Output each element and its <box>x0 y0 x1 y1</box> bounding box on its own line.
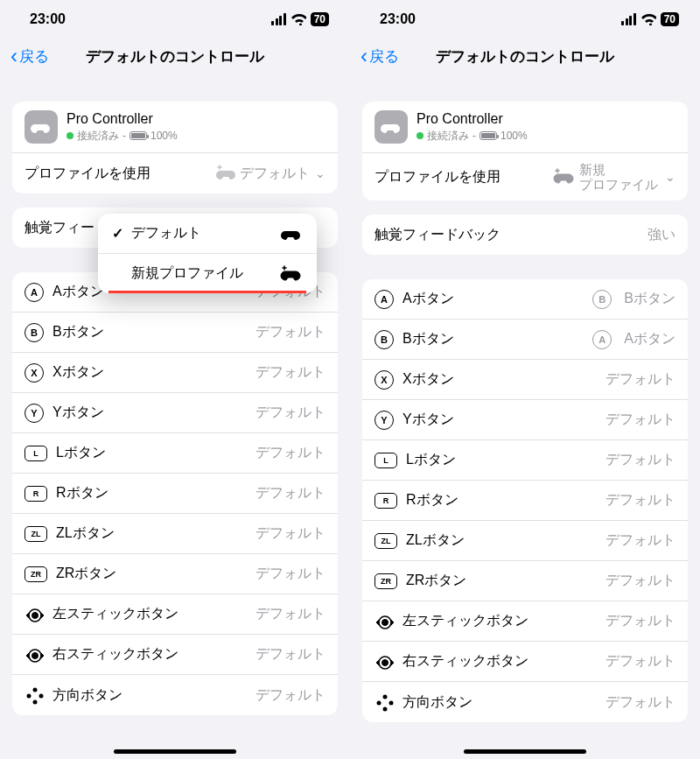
back-label: 戻る <box>19 46 49 67</box>
button-badge-icon: A <box>24 283 44 302</box>
button-badge-icon: ZL <box>374 533 397 549</box>
controller-battery: 100% <box>500 130 528 142</box>
button-label: ZRボタン <box>56 565 116 583</box>
button-mapping-row[interactable]: 方向ボタン デフォルト <box>362 682 688 722</box>
button-label: Lボタン <box>56 444 106 462</box>
back-label: 戻る <box>369 46 399 67</box>
button-mapping-row[interactable]: Y Yボタン デフォルト <box>12 393 338 433</box>
stick-icon <box>374 652 394 671</box>
button-badge-icon: ZL <box>24 526 47 542</box>
haptic-group: 触覚フィードバック 強い <box>362 214 688 255</box>
home-indicator[interactable] <box>464 749 586 754</box>
home-indicator[interactable] <box>114 749 236 754</box>
wifi-icon <box>640 13 656 25</box>
button-badge-icon: ZR <box>374 573 397 589</box>
button-badge-icon: A <box>592 330 612 349</box>
status-dot-icon <box>66 132 74 139</box>
button-label: 方向ボタン <box>52 686 122 705</box>
button-label: ZLボタン <box>406 531 465 550</box>
controller-battery: 100% <box>150 130 178 142</box>
controller-header[interactable]: Pro Controller 接続済み - 100% <box>12 102 338 153</box>
button-mapping-row[interactable]: ZR ZRボタン デフォルト <box>362 561 688 601</box>
status-bar: 23:00 70 <box>0 0 350 39</box>
button-mapping-row[interactable]: L Lボタン デフォルト <box>362 440 688 481</box>
stick-icon <box>24 645 44 664</box>
haptic-label: 触覚フィー <box>24 219 94 237</box>
profile-label: プロファイルを使用 <box>24 165 150 183</box>
button-label: 右スティックボタン <box>52 645 178 664</box>
button-badge-icon: L <box>24 446 47 461</box>
button-mapping-row[interactable]: X Xボタン デフォルト <box>362 360 688 400</box>
status-dot-icon <box>416 132 424 139</box>
button-mapping-row[interactable]: L Lボタン デフォルト <box>12 433 338 474</box>
button-mapping-row[interactable]: ZL ZLボタン デフォルト <box>362 521 688 561</box>
button-badge-icon: B <box>24 323 44 342</box>
button-badge-icon: B <box>374 330 394 349</box>
button-label: 左スティックボタン <box>52 605 178 623</box>
button-label: 方向ボタン <box>402 693 472 712</box>
highlight-underline <box>108 291 306 293</box>
status-time: 23:00 <box>30 11 66 27</box>
button-mapping-row[interactable]: A Aボタン BBボタン <box>362 279 688 320</box>
battery-icon: 70 <box>311 12 329 26</box>
button-label: Rボタン <box>406 491 458 510</box>
button-mapping-row[interactable]: X Xボタン デフォルト <box>12 353 338 393</box>
button-label: Yボタン <box>52 404 104 422</box>
gamepad-icon <box>374 110 408 144</box>
controller-status: 接続済み <box>77 129 119 144</box>
button-badge-icon: ZR <box>24 566 47 582</box>
button-label: Yボタン <box>402 411 454 429</box>
button-mapping-row[interactable]: B Bボタン デフォルト <box>12 313 338 353</box>
chevron-left-icon: ‹ <box>10 46 18 67</box>
controller-group: Pro Controller 接続済み - 100% プロファイルを使用 新規 <box>362 102 688 200</box>
gamepad-icon <box>24 110 58 144</box>
battery-pill-icon <box>480 131 497 140</box>
button-badge-icon: X <box>374 370 394 390</box>
controller-name: Pro Controller <box>416 111 528 127</box>
button-badge-icon: B <box>592 290 612 309</box>
profile-label: プロファイルを使用 <box>374 168 500 186</box>
controller-name: Pro Controller <box>66 111 178 127</box>
stick-icon <box>374 612 394 631</box>
haptic-row[interactable]: 触覚フィードバック 強い <box>362 214 688 255</box>
button-label: Lボタン <box>406 451 456 469</box>
button-mapping-row[interactable]: 方向ボタン デフォルト <box>12 675 338 715</box>
updown-icon: ⌄ <box>315 166 326 180</box>
chevron-left-icon: ‹ <box>360 46 368 67</box>
controller-group: Pro Controller 接続済み - 100% プロファイルを使用 デフォ… <box>12 102 338 193</box>
status-bar: 23:00 70 <box>350 0 700 39</box>
button-label: Bボタン <box>402 330 454 348</box>
profile-value: デフォルト <box>240 165 310 183</box>
button-mapping-row[interactable]: R Rボタン デフォルト <box>362 481 688 521</box>
battery-icon: 70 <box>661 12 679 26</box>
dpad-icon <box>24 685 44 705</box>
button-mapping-row[interactable]: B Bボタン AAボタン <box>362 320 688 360</box>
cellular-icon <box>271 13 286 25</box>
button-mapping-row[interactable]: R Rボタン デフォルト <box>12 474 338 514</box>
back-button[interactable]: ‹ 戻る <box>10 46 49 67</box>
button-label: ZLボタン <box>56 524 115 543</box>
back-button[interactable]: ‹ 戻る <box>360 46 399 67</box>
button-mapping-row[interactable]: 右スティックボタン デフォルト <box>12 635 338 675</box>
checkmark-icon: ✓ <box>112 225 128 242</box>
popover-option-default[interactable]: ✓ デフォルト <box>98 214 317 254</box>
button-mapping-row[interactable]: 左スティックボタン デフォルト <box>12 594 338 635</box>
nav-bar: ‹ 戻る デフォルトのコントロール <box>0 39 350 75</box>
profile-row[interactable]: プロファイルを使用 新規 プロファイル ⌄ <box>362 153 688 200</box>
controller-header[interactable]: Pro Controller 接続済み - 100% <box>362 102 688 153</box>
button-mapping-row[interactable]: ZL ZLボタン デフォルト <box>12 514 338 554</box>
button-mapping-row[interactable]: ZR ZRボタン デフォルト <box>12 554 338 594</box>
button-mapping-row[interactable]: Y Yボタン デフォルト <box>362 400 688 440</box>
button-mapping-row[interactable]: 右スティックボタン デフォルト <box>362 642 688 682</box>
profile-row[interactable]: プロファイルを使用 デフォルト ⌄ <box>12 153 338 193</box>
button-label: Aボタン <box>402 290 454 308</box>
profile-popover: ✓ デフォルト 新規プロファイル <box>98 214 317 293</box>
gamepad-plus-icon <box>553 168 574 186</box>
button-badge-icon: R <box>374 493 397 509</box>
popover-option-new[interactable]: 新規プロファイル <box>98 254 317 293</box>
cellular-icon <box>621 13 636 25</box>
button-mapping-row[interactable]: 左スティックボタン デフォルト <box>362 601 688 642</box>
wifi-icon <box>290 13 306 25</box>
page-title: デフォルトのコントロール <box>350 46 700 67</box>
button-label: 左スティックボタン <box>402 612 528 630</box>
